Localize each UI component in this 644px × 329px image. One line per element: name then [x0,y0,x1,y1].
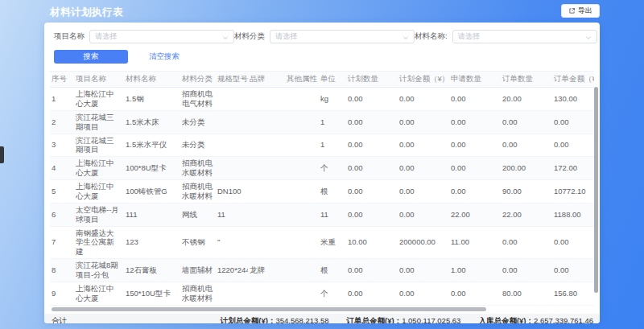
table-cell: 11.00 [449,226,501,259]
table-cell: 个 [319,282,346,305]
table-cell: 0.00 [501,226,552,259]
column-header: 订单金额（¥） [552,72,594,88]
table-cell: 5 [50,180,74,204]
export-label: 导出 [578,6,592,16]
column-header: 订单数量 [501,72,552,88]
table-cell: 0.00 [398,180,449,204]
table-cell [216,110,248,134]
table-cell: 0.00 [449,134,501,157]
export-icon [568,7,576,14]
search-button[interactable]: 搜索 [54,50,128,64]
project-select[interactable]: 请选择 [89,30,234,43]
table-row[interactable]: 5上海松江中心大厦100铸铁管G招商机电 水暖材料DN100根0.000.000… [50,180,594,204]
table-cell: 0.00 [449,110,501,134]
table-row[interactable]: 3滨江花城三期项目1.5米水平仪未分类10.000.000.000.000.00 [50,134,594,157]
table-cell: 0.00 [449,180,501,204]
summary-total-item: 订单总金额(¥)：1,050,117,025.63 [347,316,461,323]
side-panel-handle[interactable] [0,146,4,163]
table-cell [285,226,319,259]
table-cell: 2 [50,110,74,134]
table-cell [285,157,319,180]
table-cell: 4 [50,157,74,180]
table-cell: 0.00 [501,134,552,157]
table-cell: 根 [319,259,346,282]
table-row[interactable]: 1上海松江中心大厦1.5钢招商机电 电气材料kg0.000.000.0020.0… [50,88,594,111]
table-cell: 不锈钢 [180,226,216,259]
table-cell: 172.00 [552,157,594,180]
table-cell: 20.00 [501,88,552,111]
material-filter-group: 材料名称: 请选择 [415,30,597,43]
table-cell: 0.00 [346,259,398,282]
table-cell [285,110,319,134]
table-row[interactable]: 6太空电梯--月球项目111网线11110.000.0022.0022.0011… [50,203,594,226]
table-cell [216,88,248,111]
table-cell: 150*10U型卡 [124,282,180,305]
table-cell: 上海松江中心大厦 [74,88,124,111]
summary-item-value: 354,568,213.58 [275,316,328,323]
table-cell: 100*8U型卡 [124,157,180,180]
column-header: 序号 [50,72,74,88]
category-select[interactable]: 请选择 [270,30,415,43]
table-cell: 米重 [319,226,346,259]
table-cell: 招商机电 水暖材料 [180,282,216,305]
table-cell [285,180,319,204]
table-cell: 上海松江中心大厦 [74,282,124,305]
table-cell: 上海松江中心大厦 [74,180,124,204]
column-header: 计划数量 [346,72,398,88]
table-cell: 1 [319,110,346,134]
vertical-scrollbar[interactable] [594,87,598,293]
table-row[interactable]: 9上海松江中心大厦150*10U型卡招商机电 水暖材料个0.000.000.00… [50,282,594,305]
table-cell: 招商机电 水暖材料 [180,157,216,180]
main-card: 项目名称 请选择 材料分类 请选择 材料名称: 请选择 搜索 清空搜索 [44,23,600,323]
project-filter-group: 项目名称 请选择 [54,30,234,43]
table-header: 序号项目名称材料名称材料分类规格型号品牌其他属性单位计划数量计划金额（¥）申请数… [50,72,594,88]
column-header: 单位 [319,72,346,88]
table-row[interactable]: 4上海松江中心大厦100*8U型卡招商机电 水暖材料个0.000.000.002… [50,157,594,180]
table-cell [248,88,285,111]
summary-total-item: 入库总金额(¥)：2,657,339,761.46 [478,316,593,323]
table-cell: 0.00 [398,282,449,305]
table-cell: 0.00 [398,110,449,134]
table-cell: 0.00 [398,88,449,111]
table-cell [248,134,285,157]
table-cell: 0.00 [449,282,501,305]
table-cell: 滨江花城三期项目 [74,110,124,134]
filter-bar: 项目名称 请选择 材料分类 请选择 材料名称: 请选择 [54,30,592,43]
table-cell: 0.00 [449,157,501,180]
category-filter-label: 材料分类 [234,31,265,42]
chevron-down-icon [585,30,592,44]
table-cell [248,282,285,305]
project-filter-label: 项目名称 [54,31,85,42]
clear-search-link[interactable]: 清空搜索 [149,51,180,62]
table-cell: 南钢盛达大学生公寓新建 [74,226,124,259]
table-cell: 12石膏板 [124,259,180,282]
table-row[interactable]: 2滨江花城三期项目1.5米木床未分类10.000.000.000.000.00 [50,110,594,134]
column-header: 材料名称 [124,72,180,88]
table-cell: 0.00 [552,226,594,259]
table-cell: 上海松江中心大厦 [74,157,124,180]
table-cell: 0.00 [346,282,398,305]
horizontal-scrollbar[interactable] [52,307,486,311]
table-cell: 0.00 [398,259,449,282]
table-cell: 0.00 [346,110,398,134]
table-cell [285,88,319,111]
table-row[interactable]: 7南钢盛达大学生公寓新建123不锈钢"米重10.00200000.0011.00… [50,226,594,259]
table-cell: 1.5米木床 [124,110,180,134]
table-cell: 0.00 [346,88,398,111]
table-cell: 200.00 [501,157,552,180]
column-header: 申请数量 [449,72,501,88]
table-cell: 0.00 [398,203,449,226]
export-button[interactable]: 导出 [561,4,600,18]
table-cell: 0.00 [346,203,398,226]
material-select[interactable]: 请选择 [452,30,597,43]
table-cell: 7 [50,226,74,259]
table-cell: 未分类 [180,110,216,134]
table-row[interactable]: 8滨江花城8期项目-分包12石膏板墙面辅材1220*2440*12龙牌根0.00… [50,259,594,282]
table-cell: 6 [50,203,74,226]
table-cell: 1.00 [449,259,501,282]
chevron-down-icon [222,30,229,44]
table-cell: 龙牌 [248,259,285,282]
table-cell: 1220*2440*12 [216,259,248,282]
table-cell [285,134,319,157]
table-cell: 0.00 [346,134,398,157]
